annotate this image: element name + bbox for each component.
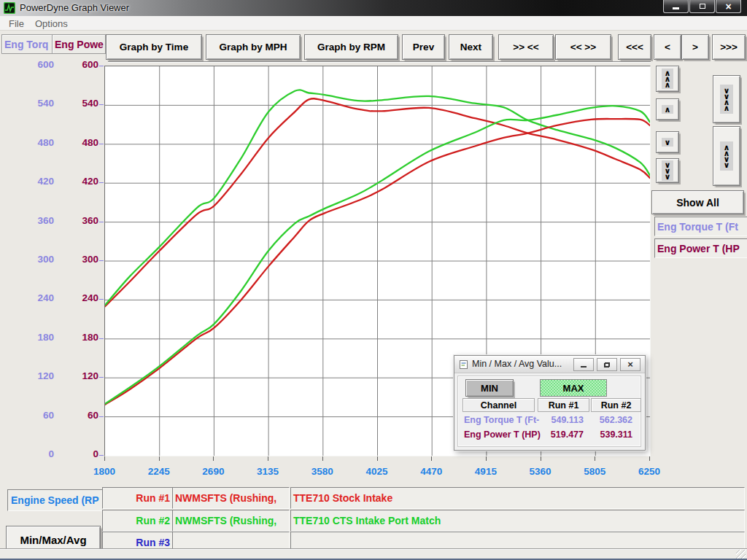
- app-window: PowerDyne Graph Viewer × File Options En…: [0, 0, 747, 560]
- x-tick-mark: [431, 456, 432, 461]
- x-tick-mark: [486, 456, 487, 461]
- min-button[interactable]: MIN: [465, 379, 514, 397]
- channel-box-power[interactable]: Eng Power T (HP: [654, 238, 747, 258]
- chevron-triple-up-icon: ∧∧∧: [662, 69, 674, 89]
- minmax-window: Min / Max / Avg Valu... × MIN MAX Channe…: [454, 355, 646, 451]
- y-tick-mark: [99, 66, 104, 66]
- y-tick-mark: [99, 222, 104, 222]
- y-tick-mark: [99, 455, 104, 456]
- y-tick-power-60: 60: [0, 410, 98, 423]
- channel-box-torque[interactable]: Eng Torque T (Ft: [654, 217, 747, 236]
- menu-bar: File Options: [0, 16, 747, 31]
- run-description-2[interactable]: TTE710 CTS Intake Port Match: [290, 510, 745, 532]
- toolbar-button-[interactable]: >> <<: [498, 34, 554, 60]
- y-axis-power-labels: 060120180240300360420480540600: [0, 66, 98, 455]
- tab-eng-torque[interactable]: Eng Torq: [1, 34, 53, 54]
- chevron-down-icon: ∨: [662, 138, 674, 147]
- chevron-up-icon: ∧: [662, 105, 674, 114]
- run-label-2[interactable]: Run #2: [102, 510, 174, 532]
- title-bar: PowerDyne Graph Viewer ×: [0, 0, 747, 16]
- minimize-icon: [581, 366, 587, 368]
- app-icon: [4, 2, 15, 14]
- minmax-window-title: Min / Max / Avg Valu...: [472, 359, 562, 369]
- x-axis-labels: 1800224526903135358040254470491553605805…: [104, 466, 649, 479]
- y-tick-power-0: 0: [0, 448, 98, 462]
- y-tick-power-540: 540: [0, 98, 98, 111]
- toolbar-button-[interactable]: >>>: [712, 34, 746, 60]
- run-file-2[interactable]: NWMSFTS (Rushing,: [172, 510, 290, 532]
- close-icon: ×: [725, 1, 731, 12]
- toolbar-button-graph-by-mph[interactable]: Graph by MPH: [206, 34, 301, 60]
- y-tick-mark: [99, 299, 104, 300]
- y-tick-mark: [99, 260, 104, 261]
- chevron-triple-down-icon: ∨∨∨: [662, 160, 674, 181]
- chevron-glyph: ∨: [665, 174, 671, 179]
- minimize-icon: [673, 7, 679, 9]
- minmax-title-bar[interactable]: Min / Max / Avg Valu... ×: [454, 356, 645, 373]
- minmax-close-button[interactable]: ×: [620, 358, 640, 371]
- chevron-glyph: ∧: [665, 82, 671, 88]
- minmax-window-icon: [459, 359, 469, 370]
- y-tick-mark: [99, 416, 104, 417]
- x-tick-mark: [322, 456, 323, 461]
- minmax-row-run2-value: 539.311: [562, 429, 632, 440]
- toolbar-button-[interactable]: <<<: [618, 34, 651, 60]
- minmax-row-run2-value: 562.362: [562, 415, 632, 426]
- toolbar-button-next[interactable]: Next: [449, 34, 493, 60]
- toolbar-button-[interactable]: <: [654, 34, 681, 60]
- scroll-button-chevron-triple-down[interactable]: ∨∨∨: [656, 158, 679, 183]
- x-tick-mark: [649, 456, 650, 461]
- x-tick-mark: [268, 456, 268, 461]
- minmax-restore-button[interactable]: [597, 358, 617, 371]
- toolbar-button-graph-by-time[interactable]: Graph by Time: [106, 34, 202, 60]
- zoom-button-chevrons-diverge[interactable]: ∧∧∨∨: [713, 126, 740, 186]
- x-tick-mark: [541, 456, 541, 461]
- y-tick-power-360: 360: [0, 215, 98, 228]
- scroll-button-chevron-triple-up[interactable]: ∧∧∧: [656, 66, 679, 92]
- x-tick-5805: 5805: [573, 466, 616, 477]
- x-tick-2245: 2245: [137, 466, 181, 477]
- x-tick-mark: [377, 456, 378, 461]
- minimize-button[interactable]: [663, 0, 689, 13]
- y-tick-power-120: 120: [0, 370, 98, 384]
- max-button[interactable]: MAX: [540, 379, 607, 397]
- x-tick-6250: 6250: [627, 466, 671, 477]
- run-file-1[interactable]: NWMSFTS (Rushing,: [172, 487, 290, 509]
- toolbar-button-prev[interactable]: Prev: [402, 34, 445, 60]
- x-channel-box[interactable]: Engine Speed (RP: [7, 489, 104, 511]
- zoom-button-chevrons-converge[interactable]: ∨∨∧∧: [713, 75, 740, 123]
- run-description-1[interactable]: TTE710 Stock Intake: [290, 487, 745, 509]
- y-tick-power-240: 240: [0, 292, 98, 306]
- y-tick-power-600: 600: [0, 59, 98, 72]
- scroll-button-chevron-down[interactable]: ∨: [656, 131, 679, 153]
- restore-button[interactable]: [689, 0, 715, 13]
- menu-options[interactable]: Options: [32, 18, 71, 30]
- toolbar-button-[interactable]: << >>: [555, 34, 611, 60]
- chevrons-converge-icon: ∨∨∧∧: [720, 85, 734, 114]
- tab-eng-power[interactable]: Eng Powe: [52, 34, 106, 54]
- close-button[interactable]: ×: [716, 0, 741, 13]
- minmax-header-run-1: Run #1: [538, 398, 589, 412]
- resize-grip-icon[interactable]: [736, 550, 746, 559]
- x-tick-mark: [595, 456, 595, 461]
- scroll-button-chevron-up[interactable]: ∧: [656, 98, 679, 120]
- x-tick-4470: 4470: [409, 466, 453, 477]
- menu-file[interactable]: File: [6, 18, 27, 30]
- y-tick-power-300: 300: [0, 254, 98, 267]
- x-tick-4915: 4915: [464, 466, 508, 477]
- chevron-glyph: ∧: [665, 106, 671, 112]
- y-tick-power-180: 180: [0, 332, 98, 345]
- chevron-glyph: ∨: [665, 139, 671, 145]
- show-all-button[interactable]: Show All: [651, 190, 744, 214]
- toolbar-button-[interactable]: >: [681, 34, 709, 60]
- x-tick-3580: 3580: [301, 466, 344, 477]
- chevrons-diverge-icon: ∧∧∨∨: [720, 141, 734, 171]
- y-tick-mark: [99, 338, 104, 339]
- minmax-minimize-button[interactable]: [573, 358, 594, 371]
- toolbar-button-graph-by-rpm[interactable]: Graph by RPM: [304, 34, 398, 60]
- x-tick-4025: 4025: [355, 466, 399, 477]
- y-tick-mark: [99, 104, 104, 105]
- minmax-header-run-2: Run #2: [591, 398, 641, 412]
- x-tick-1800: 1800: [82, 466, 126, 477]
- run-label-1[interactable]: Run #1: [102, 487, 174, 509]
